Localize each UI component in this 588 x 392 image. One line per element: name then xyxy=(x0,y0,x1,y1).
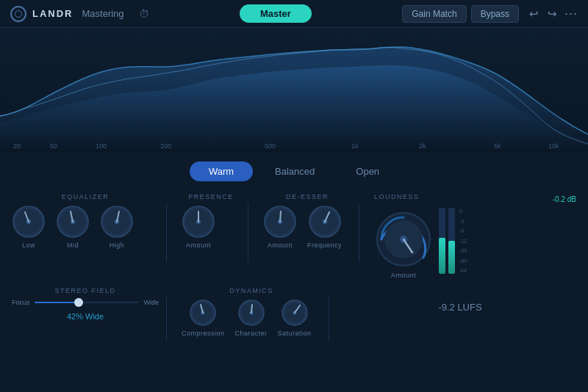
eq-low-label: Low xyxy=(22,242,35,249)
vu-tick-30: -30 xyxy=(459,248,467,253)
app-header: LANDR Mastering ⏱ Master Gain Match Bypa… xyxy=(0,0,588,28)
freq-label-500: 500 xyxy=(265,142,276,150)
de-esser-freq-knob[interactable] xyxy=(308,205,342,239)
dynamics-character-item: Character xyxy=(235,299,268,337)
lufs-section: -9.2 LUFS xyxy=(337,302,576,313)
freq-label-1k: 1k xyxy=(351,142,359,150)
presence-knobs: Amount xyxy=(182,205,240,249)
app-title: Mastering xyxy=(82,8,124,19)
stereo-focus-label: Focus xyxy=(12,299,30,306)
redo-button[interactable]: ↪ xyxy=(545,6,560,22)
vu-bar-1-fill xyxy=(439,238,445,275)
de-esser-knobs: Amount Frequency xyxy=(263,205,351,249)
stereo-wide-label: Wide xyxy=(143,299,159,306)
vu-bar-2 xyxy=(448,208,455,274)
freq-label-2k: 2k xyxy=(419,142,426,150)
vu-tick-labels: 0 -3 -6 -12 -30 -60 -inf xyxy=(459,208,467,274)
dynamics-saturation-item: Saturation xyxy=(278,299,312,337)
master-button[interactable]: Master xyxy=(240,4,312,23)
freq-label-5k: 5k xyxy=(494,142,501,150)
vu-tick-0: 0 xyxy=(459,208,467,214)
svg-line-19 xyxy=(280,211,281,222)
logo-inner xyxy=(15,10,22,18)
tab-open[interactable]: Open xyxy=(337,161,398,181)
dynamics-label: DYNAMICS xyxy=(182,287,321,294)
more-options-button[interactable]: ··· xyxy=(564,6,578,21)
eq-mid-label: Mid xyxy=(67,242,79,249)
de-esser-amount-knob[interactable] xyxy=(263,205,297,239)
compression-knob[interactable] xyxy=(189,299,217,327)
freq-label-50: 50 xyxy=(50,142,57,150)
character-knob[interactable] xyxy=(237,299,265,327)
presence-section: PRESENCE Amount xyxy=(174,193,240,249)
stereo-slider-thumb[interactable] xyxy=(74,298,83,307)
equalizer-label: EQUALIZER xyxy=(12,193,159,200)
undo-redo-group: ↩ ↪ xyxy=(526,6,560,22)
freq-label-100: 100 xyxy=(96,142,107,150)
spectrum-visualizer: 20 50 100 200 500 1k 2k 5k 10k xyxy=(0,28,588,153)
vu-bar-1 xyxy=(439,208,445,274)
bypass-button[interactable]: Bypass xyxy=(471,5,519,23)
equalizer-section: EQUALIZER Low xyxy=(12,193,159,249)
eq-mid-knob[interactable] xyxy=(56,205,90,239)
vu-tick-inf: -inf xyxy=(459,268,467,273)
de-esser-section: DE-ESSER Amount xyxy=(256,193,351,249)
tab-warm[interactable]: Warm xyxy=(190,161,253,181)
presence-amount-label: Amount xyxy=(186,242,211,249)
de-esser-freq-item: Frequency xyxy=(307,205,342,249)
dynamics-section: DYNAMICS Compression xyxy=(174,287,321,337)
vu-tick-3: -3 xyxy=(459,219,467,224)
gain-match-button[interactable]: Gain Match xyxy=(402,5,466,23)
eq-low-item: Low xyxy=(12,205,46,249)
stereo-slider-fill xyxy=(35,302,79,303)
header-right: Gain Match Bypass ↩ ↪ ··· xyxy=(402,5,578,23)
freq-label-20: 20 xyxy=(13,142,21,150)
divider-de-esser-loudness xyxy=(359,203,359,262)
divider-stereo-dynamics xyxy=(166,297,167,341)
presence-label: PRESENCE xyxy=(182,193,240,200)
loudness-section: LOUDNESS -0.2 dB xyxy=(367,193,576,281)
loudness-amount-label: Amount xyxy=(391,272,416,279)
presence-amount-knob[interactable] xyxy=(182,205,215,239)
dynamics-compression-item: Compression xyxy=(182,299,225,337)
header-center: Master xyxy=(149,4,403,23)
character-label: Character xyxy=(235,330,268,337)
stereo-field-section: STEREO FIELD Focus Wide 42% Wide xyxy=(12,287,159,322)
equalizer-knobs: Low Mid xyxy=(12,205,159,249)
de-esser-amount-label: Amount xyxy=(268,242,293,249)
loudness-knob-item: Amount xyxy=(374,210,433,279)
svg-line-35 xyxy=(251,305,252,313)
presence-amount-item: Amount xyxy=(182,205,215,249)
spectrum-svg xyxy=(0,28,588,153)
eq-mid-item: Mid xyxy=(56,205,90,249)
tab-balanced[interactable]: Balanced xyxy=(256,161,334,181)
stereo-value: 42% Wide xyxy=(67,312,104,321)
eq-high-knob[interactable] xyxy=(100,205,134,239)
vu-meter: 0 -3 -6 -12 -30 -60 -inf xyxy=(439,208,467,281)
style-tabs-container: Warm Balanced Open xyxy=(0,153,588,187)
divider-eq-presence xyxy=(166,203,167,262)
loudness-main-knob[interactable] xyxy=(374,210,433,269)
eq-low-knob[interactable] xyxy=(12,205,46,239)
divider-presence-de-esser xyxy=(248,203,248,262)
saturation-knob[interactable] xyxy=(281,299,309,327)
eq-high-item: High xyxy=(100,205,134,249)
compression-label: Compression xyxy=(182,330,225,337)
vu-tick-60: -60 xyxy=(459,258,467,264)
dynamics-knobs: Compression Character xyxy=(182,299,321,337)
vu-tick-6: -6 xyxy=(459,228,467,233)
saturation-label: Saturation xyxy=(278,330,312,337)
vu-bar-2-fill xyxy=(448,241,455,274)
loudness-db-value: -0.2 dB xyxy=(553,195,576,203)
stereo-field-label: STEREO FIELD xyxy=(12,287,159,294)
freq-label-10k: 10k xyxy=(548,142,559,150)
de-esser-label: DE-ESSER xyxy=(263,193,351,200)
stereo-slider-track[interactable] xyxy=(35,302,140,303)
controls-area: EQUALIZER Low xyxy=(0,187,588,350)
logo-area: LANDR Mastering ⏱ xyxy=(10,6,149,22)
lufs-value: -9.2 LUFS xyxy=(438,302,481,313)
undo-button[interactable]: ↩ xyxy=(526,6,542,22)
divider-dynamics-lufs xyxy=(329,297,329,341)
de-esser-amount-item: Amount xyxy=(263,205,297,249)
eq-high-label: High xyxy=(110,242,125,249)
